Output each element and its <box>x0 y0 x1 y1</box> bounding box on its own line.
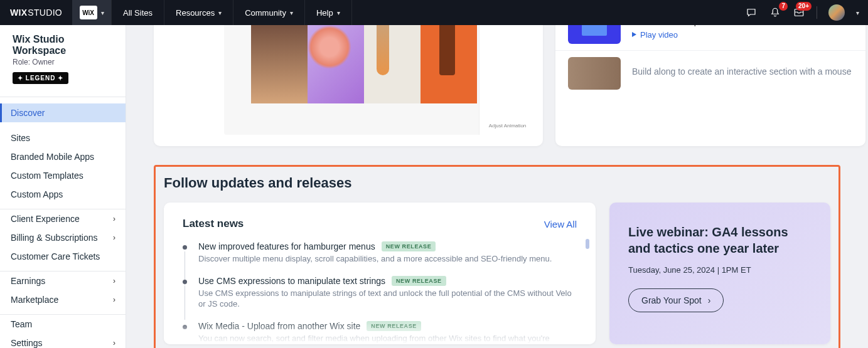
app-switcher[interactable]: WiX ▾ <box>72 0 111 25</box>
chevron-right-icon: › <box>113 277 115 285</box>
sidebar-item-label: Settings <box>11 338 43 348</box>
preview-image <box>251 25 308 103</box>
app-icon: WiX <box>80 6 97 19</box>
latest-news-card: Latest news View All New improved featur… <box>164 203 596 344</box>
news-tag: NEW RELEASE <box>382 241 436 251</box>
news-item-desc: Discover multiple menu display, scroll c… <box>198 253 577 265</box>
legend-badge: ✦ LEGEND ✦ <box>13 72 68 84</box>
sidebar-item-label: Sites <box>11 133 30 143</box>
chevron-right-icon: › <box>113 339 115 347</box>
video-item[interactable]: Build along to create an interactive sec… <box>555 51 865 96</box>
play-label: Play video <box>640 30 678 40</box>
preview-image <box>421 25 477 103</box>
sidebar-item-marketplace[interactable]: Marketplace› <box>0 290 126 309</box>
sidebar-item-billing[interactable]: Billing & Subscriptions› <box>0 228 126 247</box>
sidebar-item-label: Billing & Subscriptions <box>11 233 98 243</box>
sidebar-item-apps[interactable]: Custom Apps <box>0 185 126 204</box>
webinar-title: Live webinar: GA4 lessons and tactics on… <box>628 224 812 256</box>
sidebar-item-tickets[interactable]: Customer Care Tickets <box>0 247 126 266</box>
menu-label: All Sites <box>123 8 153 18</box>
canvas-side-panel: TextFadeRepeat Adjust Animation <box>479 25 535 135</box>
chat-icon[interactable] <box>745 6 758 19</box>
avatar[interactable] <box>828 4 845 21</box>
menu-label: Resources <box>176 8 215 18</box>
sidebar-header: Wix Studio Workspace Role: Owner ✦ LEGEN… <box>0 25 126 90</box>
fade-overlay <box>164 319 596 344</box>
video-title: Build along to create an interactive sec… <box>632 66 853 76</box>
video-thumbnail <box>568 57 621 90</box>
news-tag: NEW RELEASE <box>392 276 446 286</box>
chevron-down-icon: ▾ <box>290 9 293 16</box>
sidebar-item-templates[interactable]: Custom Templates <box>0 166 126 185</box>
sidebar-item-label: Customer Care Tickets <box>11 251 100 261</box>
scrollbar-thumb[interactable] <box>586 239 589 249</box>
topbar: WIX STUDIO WiX ▾ All Sites Resources▾ Co… <box>0 0 868 25</box>
sidebar-item-label: Branded Mobile Apps <box>11 152 94 162</box>
wix-studio-logo[interactable]: WIX STUDIO <box>0 0 72 25</box>
sidebar-item-label: Marketplace <box>11 295 58 305</box>
news-title: Latest news <box>183 218 244 230</box>
menu-resources[interactable]: Resources▾ <box>164 0 233 25</box>
chevron-right-icon: › <box>113 214 115 223</box>
workspace-title: Wix Studio Workspace <box>13 34 115 56</box>
inbox-badge: 20+ <box>796 2 812 11</box>
news-item-title: Use CMS expressions to manipulate text s… <box>198 276 385 286</box>
role-label: Role: Owner <box>13 58 115 66</box>
menu-label: Community <box>245 8 286 18</box>
timeline-line <box>185 286 185 320</box>
topbar-menu: All Sites Resources▾ Community▾ Help▾ <box>111 0 352 25</box>
panel-label: Adjust Animation <box>489 123 527 129</box>
chevron-down-icon[interactable]: ▾ <box>856 9 859 16</box>
bell-icon[interactable]: 7 <box>769 6 781 19</box>
chevron-right-icon: › <box>113 233 115 242</box>
canvas-images <box>251 25 477 103</box>
editor-preview-card: TextFadeRepeat Adjust Animation <box>154 25 543 146</box>
play-video-link[interactable]: Play video <box>632 30 853 40</box>
news-item[interactable]: Use CMS expressions to manipulate text s… <box>183 276 577 310</box>
chevron-right-icon: › <box>708 295 711 305</box>
updates-section: Follow updates and releases Latest news … <box>154 165 840 348</box>
sidebar-item-discover[interactable]: Discover <box>0 103 126 122</box>
webinar-subtitle: Tuesday, June 25, 2024 | 1PM ET <box>628 265 812 275</box>
menu-all-sites[interactable]: All Sites <box>111 0 164 25</box>
video-title: How to use Responsive AI <box>632 25 853 26</box>
main-content: TextFadeRepeat Adjust Animation Play vid… <box>126 25 868 348</box>
chevron-down-icon: ▾ <box>101 9 104 16</box>
video-item[interactable]: How to use Responsive AI Play video <box>555 25 865 51</box>
sidebar-item-settings[interactable]: Settings› <box>0 334 126 348</box>
preview-image <box>364 25 421 103</box>
chevron-right-icon: › <box>113 295 115 304</box>
grab-spot-button[interactable]: Grab Your Spot › <box>628 288 724 312</box>
news-item-desc: Use CMS expressions to manipulate string… <box>198 288 577 310</box>
menu-help[interactable]: Help▾ <box>305 0 352 25</box>
video-thumbnail <box>568 25 621 44</box>
sidebar-item-earnings[interactable]: Earnings› <box>0 272 126 290</box>
video-list-card: Play video How to use Responsive AI Play… <box>555 25 865 146</box>
updates-heading: Follow updates and releases <box>164 167 830 191</box>
sidebar-item-label: Custom Apps <box>11 189 63 199</box>
view-all-link[interactable]: View All <box>544 219 577 229</box>
sidebar-item-sites[interactable]: Sites <box>0 129 126 147</box>
news-item[interactable]: New improved features for hamburger menu… <box>183 241 577 265</box>
sidebar-item-client[interactable]: Client Experience› <box>0 209 126 228</box>
chevron-down-icon: ▾ <box>337 9 340 16</box>
news-item-title: New improved features for hamburger menu… <box>198 241 375 251</box>
sidebar: Wix Studio Workspace Role: Owner ✦ LEGEN… <box>0 25 126 348</box>
sidebar-item-label: Client Experience <box>11 214 80 224</box>
menu-community[interactable]: Community▾ <box>233 0 305 25</box>
sidebar-item-team[interactable]: Team <box>0 315 126 334</box>
logo-wix: WIX <box>10 8 27 18</box>
logo-studio: STUDIO <box>28 8 62 18</box>
timeline-dot <box>183 280 187 284</box>
sidebar-item-branded[interactable]: Branded Mobile Apps <box>0 147 126 166</box>
webinar-card: Live webinar: GA4 lessons and tactics on… <box>609 203 830 344</box>
editor-canvas: TextFadeRepeat Adjust Animation <box>224 25 535 135</box>
bell-badge: 7 <box>779 2 788 11</box>
inbox-icon[interactable]: 20+ <box>793 6 805 19</box>
sidebar-item-label: Earnings <box>11 276 45 286</box>
menu-label: Help <box>316 8 333 18</box>
play-icon <box>632 32 636 37</box>
timeline-dot <box>183 245 187 250</box>
chevron-down-icon: ▾ <box>218 9 222 16</box>
sidebar-item-label: Custom Templates <box>11 171 83 181</box>
